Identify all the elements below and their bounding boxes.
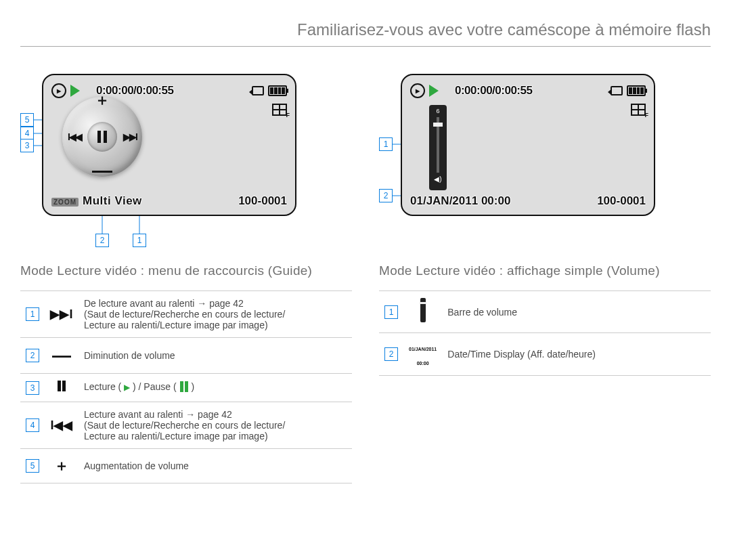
next-icon[interactable]: ▶▶I	[123, 131, 137, 142]
callout-5: 5	[20, 113, 34, 127]
playback-time: 0:00:00/0:00:55	[455, 84, 532, 98]
playback-screen-simple: ▶ 0:00:00/0:00:55 F 6 ◀) 01/JAN/2011 00:…	[401, 74, 655, 216]
volume-slider[interactable]: 6 ◀)	[429, 105, 447, 190]
mode-icon: ▶	[51, 83, 66, 98]
datetime-display: 01/JAN/2011 00:00	[410, 194, 510, 208]
volume-slider-icon	[403, 291, 442, 333]
volume-thumb[interactable]	[433, 123, 443, 127]
speaker-icon: ◀)	[434, 175, 441, 183]
row-num: 5	[26, 459, 39, 473]
row-desc: Lecture avant au ralenti → page 42 (Saut…	[79, 402, 352, 449]
screen-topbar: ▶ 0:00:00/0:00:55	[410, 83, 646, 98]
row-num: 3	[26, 381, 39, 395]
row-num: 1	[26, 307, 39, 321]
row-desc: Diminution de volume	[79, 338, 352, 374]
right-subtitle: Mode Lecture vidéo : affichage simple (V…	[379, 263, 711, 278]
row-desc: Augmentation de volume	[79, 449, 352, 483]
volume-value: 6	[436, 108, 439, 114]
callout-3: 3	[20, 139, 34, 152]
file-number: 100-0001	[597, 194, 646, 208]
play-icon	[429, 85, 439, 97]
row-desc: De lecture avant au ralenti → page 42 (S…	[79, 291, 352, 338]
left-screen-stage: 5 4 3 2 1 ▶ 0:00:00/0:00:55 F ＋ —	[20, 74, 352, 250]
left-subtitle: Mode Lecture vidéo : menu de raccourcis …	[20, 263, 352, 278]
prev-icon: I◀◀	[45, 402, 79, 449]
left-column: 5 4 3 2 1 ▶ 0:00:00/0:00:55 F ＋ —	[20, 74, 352, 483]
row-desc: Barre de volume	[442, 291, 711, 333]
right-screen-stage: 1 2 ▶ 0:00:00/0:00:55 F 6 ◀)	[379, 74, 711, 250]
table-row: 1 Barre de volume	[379, 291, 711, 333]
screen-bottombar: 01/JAN/2011 00:00 100-0001	[410, 194, 646, 208]
volume-down-icon[interactable]: —	[92, 159, 112, 182]
content-columns: 5 4 3 2 1 ▶ 0:00:00/0:00:55 F ＋ —	[20, 74, 711, 483]
next-icon: ▶▶I	[45, 291, 79, 338]
screen-bottombar: ZOOM Multi View 100-0001	[51, 194, 287, 208]
right-table: 1 Barre de volume 2 01/JAN/2011 00:00 Da…	[379, 290, 711, 376]
volume-up-icon: ＋	[45, 449, 79, 483]
storage-icon	[252, 86, 264, 95]
row-num: 2	[384, 347, 398, 361]
volume-track[interactable]	[437, 117, 439, 173]
table-row: 5 ＋ Augmentation de volume	[20, 449, 352, 483]
right-column: 1 2 ▶ 0:00:00/0:00:55 F 6 ◀)	[379, 74, 711, 483]
screen-topbar: ▶ 0:00:00/0:00:55	[51, 83, 287, 98]
playback-screen-guide: ▶ 0:00:00/0:00:55 F ＋ — I◀◀ ▶▶I	[42, 74, 296, 216]
file-number: 100-0001	[238, 194, 287, 208]
row-desc: Lecture ( ▶ ) / Pause ( )	[79, 374, 352, 402]
datetime-icon: 01/JAN/2011 00:00	[403, 333, 442, 376]
row-desc: Date/Time Display (Aff. date/heure)	[442, 333, 711, 376]
callout-1: 1	[379, 137, 393, 151]
multiview-icon: F	[272, 104, 287, 116]
page-title: Familiarisez-vous avec votre caméscope à…	[20, 20, 711, 47]
table-row: 4 I◀◀ Lecture avant au ralenti → page 42…	[20, 402, 352, 449]
row-num: 1	[384, 305, 398, 319]
mode-icon: ▶	[410, 83, 425, 98]
play-icon	[70, 85, 80, 97]
row-num: 2	[26, 349, 39, 362]
volume-down-icon: —	[45, 338, 79, 374]
prev-icon[interactable]: I◀◀	[68, 131, 81, 142]
battery-icon	[627, 85, 646, 96]
table-row: 2 — Diminution de volume	[20, 338, 352, 374]
callout-4: 4	[20, 127, 34, 140]
callout-2: 2	[95, 234, 109, 247]
callout-2: 2	[379, 189, 393, 202]
table-row: 2 01/JAN/2011 00:00 Date/Time Display (A…	[379, 333, 711, 376]
wheel-hub[interactable]	[87, 122, 117, 152]
row-num: 4	[26, 418, 39, 432]
multiview-icon: F	[631, 104, 646, 116]
multiview-label: Multi View	[83, 194, 142, 208]
transport-wheel[interactable]: ＋ — I◀◀ ▶▶I	[62, 97, 142, 177]
callout-1: 1	[133, 234, 146, 247]
table-row: 3 Lecture ( ▶ ) / Pause ( )	[20, 374, 352, 402]
pause-icon[interactable]	[97, 131, 107, 143]
table-row: 1 ▶▶I De lecture avant au ralenti → page…	[20, 291, 352, 338]
zoom-label: ZOOM	[51, 198, 79, 207]
storage-icon	[611, 86, 623, 95]
battery-icon	[268, 85, 287, 96]
left-table: 1 ▶▶I De lecture avant au ralenti → page…	[20, 290, 352, 483]
volume-up-icon[interactable]: ＋	[95, 90, 110, 110]
pause-icon	[45, 374, 79, 402]
